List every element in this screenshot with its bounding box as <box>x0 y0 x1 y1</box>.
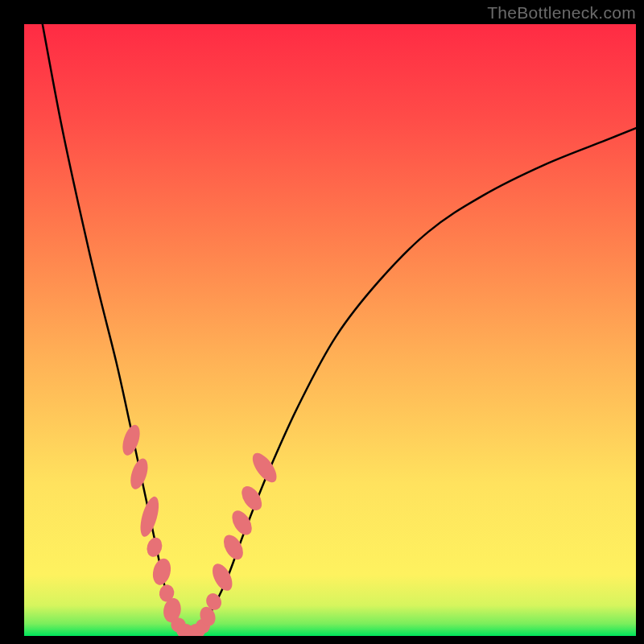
curve-layer <box>24 24 636 636</box>
curve-markers <box>119 423 281 636</box>
watermark-text: TheBottleneck.com <box>487 3 636 23</box>
plot-area <box>24 24 636 636</box>
curve-marker <box>145 536 164 559</box>
curve-marker <box>151 556 174 587</box>
curve-marker <box>137 494 163 539</box>
chart-frame: TheBottleneck.com <box>0 0 644 644</box>
bottleneck-curve <box>43 24 636 635</box>
curve-marker <box>119 423 143 457</box>
curve-marker <box>127 456 151 491</box>
